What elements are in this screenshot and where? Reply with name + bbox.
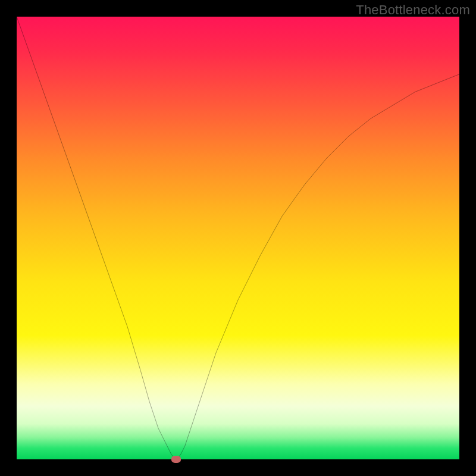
bottleneck-curve xyxy=(17,17,459,459)
minimum-marker xyxy=(171,456,181,463)
chart-plot-area xyxy=(17,17,459,459)
watermark-text: TheBottleneck.com xyxy=(356,2,470,18)
curve-path xyxy=(17,17,459,459)
